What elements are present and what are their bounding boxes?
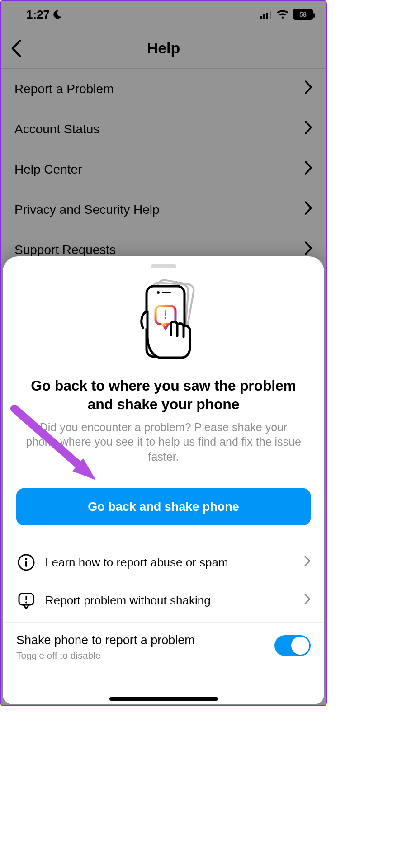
menu-item-privacy-security[interactable]: Privacy and Security Help — [1, 189, 326, 230]
cellular-icon — [260, 10, 273, 19]
nav-header: Help — [1, 28, 326, 69]
illustration-wrap: ! — [3, 278, 324, 368]
battery-label: 58 — [299, 11, 307, 18]
menu-item-label: Account Status — [14, 122, 99, 137]
toggle-title: Shake phone to report a problem — [16, 633, 195, 647]
menu-item-report-problem[interactable]: Report a Problem — [1, 69, 326, 109]
menu-item-label: Support Requests — [14, 243, 116, 257]
svg-text:!: ! — [163, 307, 167, 321]
menu-item-account-status[interactable]: Account Status — [1, 109, 326, 149]
wifi-icon — [276, 9, 289, 19]
chevron-right-icon — [304, 241, 312, 258]
home-indicator[interactable] — [109, 697, 218, 701]
toggle-row-shake-to-report: Shake phone to report a problem Toggle o… — [3, 623, 324, 665]
svg-rect-1 — [263, 14, 265, 19]
phone-screen: 1:27 58 Help Report a Problem Account St… — [0, 0, 327, 706]
svg-point-12 — [25, 558, 28, 561]
svg-point-16 — [25, 602, 27, 604]
svg-rect-2 — [266, 13, 268, 19]
status-right: 58 — [260, 9, 313, 20]
help-menu-list: Report a Problem Account Status Help Cen… — [1, 69, 326, 270]
row-label: Report problem without shaking — [45, 594, 295, 608]
chevron-left-icon — [11, 40, 22, 57]
svg-rect-15 — [25, 596, 27, 600]
page-title: Help — [147, 39, 180, 57]
sheet-subheading: Did you encounter a problem? Please shak… — [3, 414, 324, 464]
svg-rect-0 — [260, 16, 262, 19]
menu-item-help-center[interactable]: Help Center — [1, 149, 326, 189]
shake-phone-illustration: ! — [123, 278, 204, 368]
back-button[interactable] — [7, 39, 25, 57]
info-icon — [16, 552, 36, 572]
alert-bubble-icon — [16, 590, 36, 610]
svg-point-7 — [157, 291, 160, 294]
chevron-right-icon — [304, 201, 312, 218]
report-problem-sheet: ! Go back to where you saw the problem a… — [3, 256, 324, 704]
chevron-right-icon — [304, 556, 311, 570]
row-label: Learn how to report abuse or spam — [45, 556, 295, 570]
status-bar: 1:27 58 — [1, 1, 326, 28]
status-time: 1:27 — [26, 8, 50, 22]
toggle-subtitle: Toggle off to disable — [16, 650, 195, 661]
menu-item-label: Privacy and Security Help — [14, 203, 160, 217]
status-left: 1:27 — [26, 8, 62, 22]
toggle-knob — [291, 637, 309, 655]
do-not-disturb-icon — [52, 9, 62, 19]
row-report-without-shaking[interactable]: Report problem without shaking — [3, 581, 324, 619]
sheet-option-list: Learn how to report abuse or spam Report… — [3, 543, 324, 619]
sheet-grabber[interactable] — [151, 264, 176, 268]
chevron-right-icon — [304, 161, 312, 178]
row-learn-report-abuse[interactable]: Learn how to report abuse or spam — [3, 543, 324, 581]
svg-rect-8 — [162, 292, 171, 293]
svg-rect-13 — [25, 561, 27, 567]
chevron-right-icon — [304, 594, 311, 608]
menu-item-label: Help Center — [14, 162, 82, 177]
sheet-heading: Go back to where you saw the problem and… — [3, 377, 324, 414]
chevron-right-icon — [304, 121, 312, 137]
svg-rect-3 — [270, 11, 271, 19]
menu-item-label: Report a Problem — [14, 82, 114, 96]
battery-indicator: 58 — [293, 9, 313, 20]
go-back-shake-button[interactable]: Go back and shake phone — [16, 488, 311, 525]
chevron-right-icon — [304, 80, 312, 97]
shake-report-toggle[interactable] — [274, 635, 311, 656]
